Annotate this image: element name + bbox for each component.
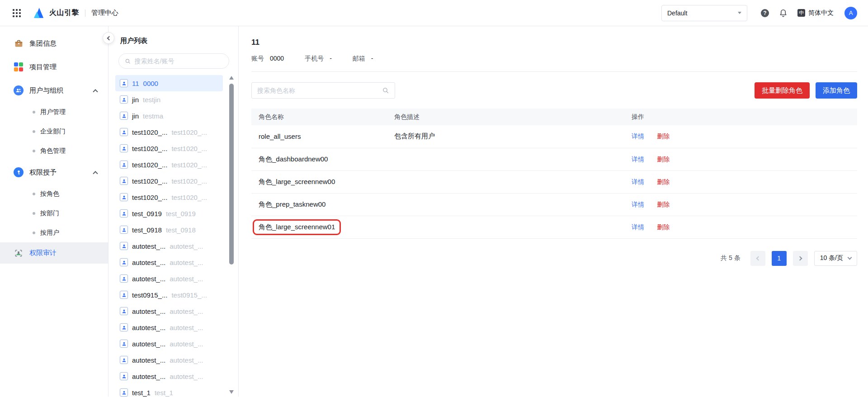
batch-delete-roles-button[interactable]: 批量删除角色 <box>755 82 810 99</box>
current-page-button[interactable]: 1 <box>772 251 787 266</box>
sidebar-item-by-department[interactable]: 按部门 <box>0 203 108 223</box>
sidebar-item-permission-audit[interactable]: 权限审计 <box>0 242 108 264</box>
page-title: 11 <box>251 38 857 47</box>
chevron-down-icon <box>848 255 852 260</box>
user-name: test_1 <box>132 389 151 397</box>
chevron-up-icon[interactable] <box>93 89 98 94</box>
sidebar-item-label: 权限授予 <box>29 168 57 177</box>
sidebar-item-by-user[interactable]: 按用户 <box>0 223 108 242</box>
phone-value: - <box>330 55 332 63</box>
role-table-body: role_all_users 包含所有用户 详情 删除 角色_dashboard… <box>251 125 857 238</box>
search-icon[interactable] <box>382 87 389 94</box>
user-avatar-icon <box>120 95 128 104</box>
user-avatar-icon <box>120 291 128 299</box>
divider <box>85 9 85 17</box>
sidebar-item-permission-grant[interactable]: 权限授予 <box>0 161 108 184</box>
delete-link[interactable]: 删除 <box>657 132 670 140</box>
detail-link[interactable]: 详情 <box>632 201 644 208</box>
delete-link[interactable]: 删除 <box>657 178 670 185</box>
language-switcher[interactable]: 中 简体中文 <box>797 9 834 17</box>
sidebar-item-label: 角色管理 <box>40 147 66 155</box>
notification-bell-icon[interactable] <box>779 9 788 17</box>
detail-link[interactable]: 详情 <box>632 223 644 231</box>
role-toolbar: 批量删除角色 添加角色 <box>251 82 857 99</box>
avatar[interactable]: A <box>844 7 857 19</box>
detail-link[interactable]: 详情 <box>632 132 644 140</box>
workspace-select[interactable]: Default <box>661 5 747 21</box>
sidebar-item-label: 企业部门 <box>40 128 66 136</box>
user-list-item[interactable]: autotest_... autotest_... <box>115 352 223 368</box>
sidebar-item-user-management[interactable]: 用户管理 <box>0 102 108 122</box>
user-list-item[interactable]: jin testma <box>115 108 223 124</box>
delete-link[interactable]: 删除 <box>657 201 670 208</box>
delete-link[interactable]: 删除 <box>657 156 670 163</box>
user-list-item[interactable]: test1020_... test1020_... <box>115 173 223 189</box>
user-name: jin <box>132 96 139 104</box>
prev-page-button[interactable] <box>750 251 765 266</box>
user-avatar-icon <box>120 193 128 201</box>
user-list-item[interactable]: test0915_... test0915_... <box>115 287 223 303</box>
user-avatar-icon <box>120 372 128 380</box>
user-list-item[interactable]: test1020_... test1020_... <box>115 140 223 156</box>
user-list-item[interactable]: test1020_... test1020_... <box>115 189 223 205</box>
projects-icon <box>14 62 24 72</box>
user-list-title: 用户列表 <box>108 26 238 45</box>
sidebar-item-label: 按角色 <box>40 190 59 198</box>
account-label: 账号 <box>251 55 264 63</box>
bullet-icon <box>33 111 35 113</box>
role-search-input[interactable] <box>257 87 378 94</box>
user-name: test0915_... <box>132 291 167 299</box>
user-list-item[interactable]: test1020_... test1020_... <box>115 124 223 140</box>
user-list-item[interactable]: autotest_... autotest_... <box>115 368 223 384</box>
user-account: test0915_... <box>171 291 207 299</box>
user-avatar-icon <box>120 323 128 331</box>
sidebar-item-by-role[interactable]: 按角色 <box>0 184 108 203</box>
briefcase-icon <box>14 38 24 48</box>
role-name: 角色_large_screennew00 <box>259 178 335 185</box>
main-content: 11 账号 0000 手机号 - 邮箱 - <box>239 26 868 397</box>
user-account: test1020_... <box>171 161 207 169</box>
role-desc: 包含所有用户 <box>387 125 624 148</box>
page-size-select[interactable]: 10 条/页 <box>814 251 857 266</box>
user-list-item[interactable]: autotest_... autotest_... <box>115 238 223 254</box>
next-page-button[interactable] <box>793 251 808 266</box>
scrollbar-thumb[interactable] <box>229 84 234 265</box>
user-account: 0000 <box>143 80 158 87</box>
sidebar-item-project-management[interactable]: 项目管理 <box>0 55 108 79</box>
user-list-item[interactable]: autotest_... autotest_... <box>115 336 223 352</box>
chevron-up-icon[interactable] <box>93 171 98 176</box>
collapse-panel-button[interactable] <box>103 32 114 44</box>
sidebar-item-label: 用户管理 <box>40 108 66 116</box>
sidebar-item-users-and-org[interactable]: 用户与组织 <box>0 79 108 102</box>
user-list-item[interactable]: 11 0000 <box>115 75 223 91</box>
users-icon <box>14 85 24 95</box>
audit-scan-icon <box>14 248 24 258</box>
phone-label: 手机号 <box>305 55 324 63</box>
help-icon[interactable]: ? <box>761 9 769 17</box>
user-list-item[interactable]: test_1 test_1 <box>115 384 223 397</box>
sidebar-item-label: 按部门 <box>40 209 59 217</box>
sidebar-item-enterprise-department[interactable]: 企业部门 <box>0 122 108 141</box>
role-name: 角色_large_screennew01 <box>253 219 341 235</box>
user-list-item[interactable]: autotest_... autotest_... <box>115 254 223 270</box>
delete-link[interactable]: 删除 <box>657 223 670 231</box>
table-row: 角色_prep_tasknew00 详情 删除 <box>251 193 857 216</box>
scroll-down-icon[interactable] <box>229 390 234 394</box>
user-list-item[interactable]: autotest_... autotest_... <box>115 303 223 319</box>
app-grid-menu-icon[interactable] <box>13 9 21 17</box>
detail-link[interactable]: 详情 <box>632 156 644 163</box>
sidebar-item-group-info[interactable]: 集团信息 <box>0 32 108 55</box>
scroll-up-icon[interactable] <box>229 76 234 80</box>
detail-link[interactable]: 详情 <box>632 178 644 185</box>
user-list-item[interactable]: test_0918 test_0918 <box>115 222 223 238</box>
user-list-item[interactable]: test1020_... test1020_... <box>115 156 223 173</box>
user-list-item[interactable]: jin testjin <box>115 91 223 108</box>
pagination: 共 5 条 1 10 条/页 <box>251 251 857 266</box>
user-list-item[interactable]: autotest_... autotest_... <box>115 319 223 336</box>
user-search-input[interactable] <box>135 57 223 65</box>
user-list-item[interactable]: test_0919 test_0919 <box>115 205 223 222</box>
add-role-button[interactable]: 添加角色 <box>816 82 857 99</box>
user-name: test1020_... <box>132 145 167 152</box>
sidebar-item-role-management[interactable]: 角色管理 <box>0 141 108 161</box>
user-list-item[interactable]: autotest_... autotest_... <box>115 270 223 287</box>
